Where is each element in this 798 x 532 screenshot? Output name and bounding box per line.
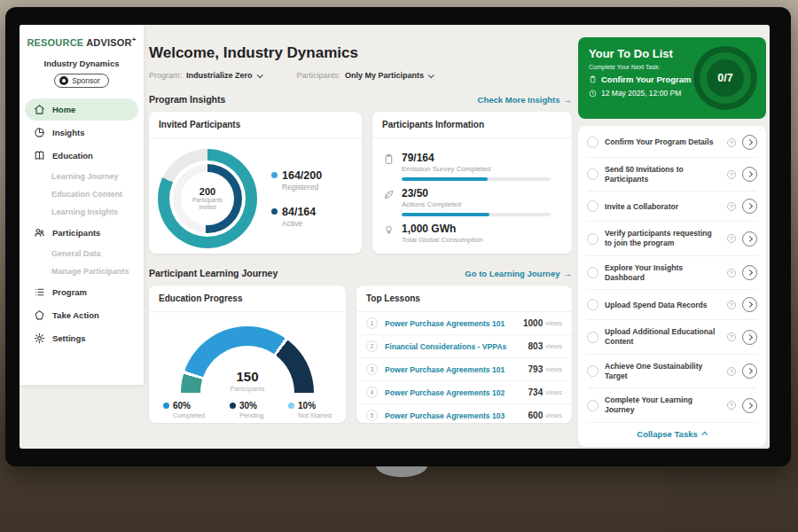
- task-row: Upload Additional Educational Content ?: [587, 320, 757, 354]
- task-go-button[interactable]: [742, 231, 757, 246]
- actions-icon: [383, 189, 395, 200]
- sidebar-item-learning-journey[interactable]: Learning Journey: [20, 168, 144, 185]
- task-label[interactable]: Confirm Your Program Details: [605, 137, 721, 147]
- sidebar-item-manage-participants[interactable]: Manage Participants: [20, 262, 144, 280]
- sidebar-item-learning-insights[interactable]: Learning Insights: [20, 203, 144, 221]
- sidebar-item-home[interactable]: Home: [25, 98, 138, 121]
- task-label[interactable]: Complete Your Learning Journey: [605, 395, 721, 414]
- task-icon: [589, 75, 597, 83]
- lesson-link[interactable]: Power Purchase Agreements 102: [385, 388, 528, 397]
- info-icon[interactable]: ?: [727, 301, 736, 309]
- top-lessons-card: Top Lessons 1 Power Purchase Agreements …: [356, 286, 572, 423]
- sidebar-item-participants[interactable]: Participants: [25, 222, 138, 244]
- task-label[interactable]: Verify participants requesting to join t…: [605, 229, 721, 247]
- app-logo: RESOURCE ADVISOR+: [20, 35, 144, 48]
- due-date: 12 May 2025, 12:00 PM: [601, 89, 681, 98]
- lesson-row[interactable]: 2 Financial Considerations - VPPAs 803 v…: [356, 335, 572, 358]
- views-suffix: views: [545, 342, 562, 350]
- participants-select[interactable]: Participants: Only My Participants: [297, 71, 434, 80]
- legend-value: 30%: [239, 401, 264, 411]
- sidebar-item-label: Education: [52, 151, 93, 160]
- task-label[interactable]: Upload Spend Data Records: [605, 301, 721, 310]
- collapse-tasks-link[interactable]: Collapse Tasks: [587, 423, 757, 443]
- link-label: Go to Learning Journey: [465, 269, 559, 278]
- lesson-row[interactable]: 3 Power Purchase Agreements 101 793 view…: [356, 358, 572, 381]
- info-icon[interactable]: ?: [727, 234, 736, 243]
- task-checkbox[interactable]: [587, 137, 598, 148]
- legend-pending: 30% Pending: [230, 401, 264, 419]
- task-checkbox[interactable]: [587, 299, 598, 310]
- lesson-link[interactable]: Power Purchase Agreements 101: [385, 365, 528, 374]
- legend-active: 84/164 Active: [271, 206, 322, 228]
- lesson-row[interactable]: 5 Power Purchase Agreements 103 600 view…: [356, 404, 572, 423]
- settings-icon: [34, 332, 45, 344]
- task-go-button[interactable]: [742, 135, 757, 150]
- task-go-button[interactable]: [742, 398, 757, 413]
- task-checkbox[interactable]: [587, 332, 598, 343]
- check-more-insights-link[interactable]: Check More Insights →: [478, 95, 572, 105]
- info-icon[interactable]: ?: [727, 202, 736, 211]
- lesson-link[interactable]: Power Purchase Agreements 101: [385, 319, 523, 328]
- task-go-button[interactable]: [742, 265, 757, 280]
- lesson-link[interactable]: Financial Considerations - VPPAs: [385, 342, 528, 351]
- participants-select-value: Only My Participants: [345, 71, 424, 80]
- task-go-button[interactable]: [742, 297, 757, 312]
- collapse-label: Collapse Tasks: [637, 429, 697, 439]
- info-icon[interactable]: ?: [727, 269, 736, 278]
- task-label[interactable]: Invite a Collaborator: [605, 202, 721, 212]
- task-go-button[interactable]: [742, 167, 757, 182]
- info-icon[interactable]: ?: [727, 170, 736, 179]
- take-action-icon: [34, 309, 45, 321]
- sponsor-icon: [59, 76, 68, 85]
- stat-label: Actions Completed: [402, 200, 551, 208]
- legend-value: 84/164: [282, 206, 322, 218]
- program-select[interactable]: Program: Industrialize Zero: [149, 71, 262, 80]
- section-title: Program Insights: [149, 94, 225, 105]
- task-checkbox[interactable]: [587, 233, 598, 245]
- task-checkbox[interactable]: [587, 267, 598, 278]
- card-title: Participants Information: [372, 112, 572, 138]
- task-label[interactable]: Send 50 Invitations to Participants: [605, 165, 721, 184]
- task-go-button[interactable]: [742, 330, 757, 345]
- info-icon[interactable]: ?: [727, 367, 736, 376]
- donut-chart: 200 Participants Invited: [158, 149, 257, 248]
- lesson-row[interactable]: 1 Power Purchase Agreements 101 1000 vie…: [356, 312, 572, 335]
- sidebar-item-label: Home: [52, 105, 75, 114]
- info-icon[interactable]: ?: [727, 332, 736, 341]
- task-checkbox[interactable]: [587, 168, 598, 180]
- todo-progress-ring: 0/7: [693, 46, 757, 110]
- education-icon: [34, 150, 45, 161]
- task-go-button[interactable]: [742, 364, 757, 379]
- legend-label: Active: [282, 219, 322, 228]
- card-title: Education Progress: [149, 286, 346, 312]
- sidebar-item-label: Settings: [52, 333, 85, 343]
- pending-dot-icon: [230, 403, 236, 409]
- task-label[interactable]: Explore Your Insights Dashboard: [605, 263, 721, 282]
- sidebar-item-insights[interactable]: Insights: [25, 121, 138, 144]
- task-go-button[interactable]: [742, 199, 757, 214]
- info-icon[interactable]: ?: [727, 138, 736, 147]
- task-checkbox[interactable]: [587, 365, 598, 377]
- go-to-learning-journey-link[interactable]: Go to Learning Journey →: [465, 269, 572, 278]
- sidebar-item-education[interactable]: Education: [25, 145, 138, 167]
- sidebar-item-general-data[interactable]: General Data: [20, 245, 144, 262]
- task-checkbox[interactable]: [587, 200, 598, 212]
- sponsor-badge[interactable]: Sponsor: [54, 74, 109, 88]
- sidebar-item-take-action[interactable]: Take Action: [25, 304, 138, 326]
- sidebar-item-program[interactable]: Program: [25, 281, 138, 303]
- registered-dot-icon: [271, 172, 278, 178]
- program-insights-header: Program Insights Check More Insights →: [149, 94, 572, 105]
- lesson-row[interactable]: 4 Power Purchase Agreements 102 734 view…: [356, 381, 572, 404]
- sidebar-item-education-content[interactable]: Education Content: [20, 185, 144, 203]
- todo-counter: 0/7: [707, 59, 744, 97]
- info-icon[interactable]: ?: [727, 401, 736, 410]
- lesson-link[interactable]: Power Purchase Agreements 103: [385, 411, 528, 420]
- progress-bar: [402, 177, 551, 181]
- section-title: Participant Learning Journey: [149, 268, 278, 278]
- donut-inner-ring: 200 Participants Invited: [173, 164, 242, 233]
- task-label[interactable]: Upload Additional Educational Content: [605, 327, 721, 346]
- task-label[interactable]: Achieve One Sustainability Target: [605, 362, 721, 380]
- actions-completed-row: 23/50 Actions Completed: [383, 187, 561, 216]
- sidebar-item-settings[interactable]: Settings: [25, 327, 138, 349]
- task-checkbox[interactable]: [587, 400, 598, 411]
